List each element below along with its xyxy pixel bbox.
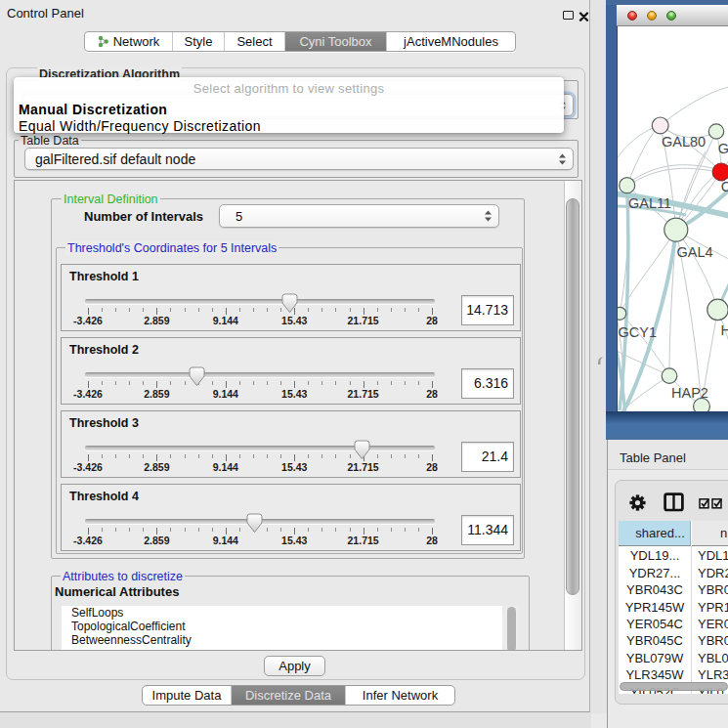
svg-text:GAL4: GAL4 — [677, 244, 713, 260]
svg-text:GAL11: GAL11 — [628, 195, 671, 211]
svg-text:GAL80: GAL80 — [662, 134, 706, 150]
svg-text:CY: CY — [721, 179, 728, 194]
svg-text:GA: GA — [718, 141, 728, 156]
svg-text:HAP2: HAP2 — [671, 385, 708, 401]
svg-text:HI: HI — [721, 322, 728, 338]
svg-text:GCY1: GCY1 — [619, 324, 658, 340]
